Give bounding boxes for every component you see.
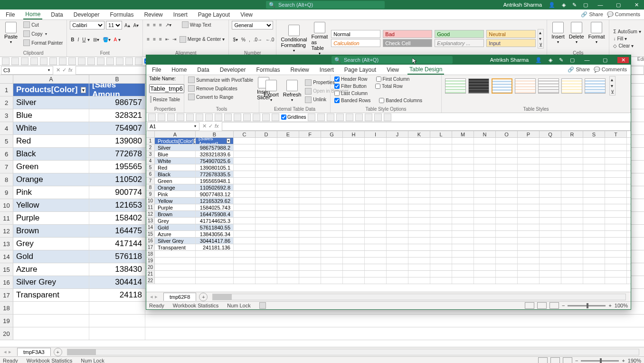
cell[interactable] [561,164,583,171]
cell[interactable] [321,271,343,277]
cell[interactable] [365,238,387,244]
cell[interactable] [583,251,605,257]
cell[interactable] [561,258,583,264]
cell[interactable] [234,191,256,197]
cell[interactable] [430,224,452,230]
row-header[interactable]: 17 [0,289,13,301]
cell[interactable] [496,224,518,230]
cell[interactable] [452,138,474,144]
cell[interactable] [452,171,474,177]
resize-table-button[interactable]: Resize Table [149,96,181,103]
cell[interactable] [343,258,365,264]
cell[interactable] [496,144,518,151]
cell[interactable] [583,178,605,184]
col-header[interactable]: O [496,131,518,137]
cell[interactable] [387,178,408,184]
tab-page-layout[interactable]: Page Layout [342,66,378,74]
cell[interactable] [321,211,343,217]
cell[interactable] [430,231,452,237]
increase-decimal-button[interactable]: .0→ [253,37,263,43]
cell[interactable] [561,191,583,197]
first-column-checkbox[interactable]: First Column [375,76,411,82]
qat-item[interactable] [243,114,251,121]
cell[interactable] [408,244,430,250]
cell[interactable]: Brown [13,225,89,237]
sheet-next-button[interactable]: ▸ [9,349,11,355]
cell[interactable] [365,271,387,277]
share-button[interactable]: 🔗 Share [568,67,589,73]
cell[interactable] [408,198,430,204]
cell[interactable]: 986757 [89,96,145,109]
cell[interactable] [496,251,518,257]
cell[interactable] [89,302,145,314]
comments-button[interactable]: 💬 Comments [594,67,627,73]
cell[interactable] [321,171,343,177]
cell[interactable] [256,231,277,237]
cell[interactable] [518,224,540,230]
maximize-button[interactable]: ▢ [613,2,624,8]
row-header[interactable]: 7 [0,161,13,173]
qat-item[interactable] [40,57,47,65]
cell[interactable]: 772678 [89,148,145,160]
cell[interactable] [256,244,277,250]
cell[interactable]: Brown [155,211,196,217]
cell[interactable]: 328321 [89,109,145,122]
cell[interactable] [430,271,452,277]
cell[interactable] [387,138,408,144]
qat-item[interactable] [365,114,372,121]
cell[interactable] [518,198,540,204]
cell[interactable] [561,218,583,224]
tab-developer[interactable]: Developer [218,66,248,74]
cell[interactable] [256,218,277,224]
cell[interactable] [365,251,387,257]
cell[interactable] [452,191,474,197]
cell[interactable] [343,198,365,204]
cell[interactable] [343,144,365,151]
format-painter-button[interactable]: Format Painter [22,39,64,47]
cell[interactable] [387,258,408,264]
cell[interactable]: Silver Grey [155,238,196,244]
col-header-a[interactable]: A [13,75,89,83]
cell[interactable] [474,244,496,250]
cell[interactable] [196,251,234,257]
tab-review[interactable]: Review [288,66,311,74]
cell[interactable] [155,264,196,270]
cell[interactable] [452,184,474,191]
qat-item[interactable] [234,114,241,121]
style-calculation[interactable]: Calculation [331,39,380,47]
cell[interactable] [343,178,365,184]
cell[interactable] [518,204,540,210]
cell[interactable] [343,191,365,197]
cell[interactable] [256,164,277,171]
cell[interactable] [256,184,277,191]
cell[interactable] [277,204,299,210]
tab-insert[interactable]: Insert [171,10,189,19]
cell[interactable]: Grey [155,218,196,224]
cell[interactable] [365,224,387,230]
qat-item[interactable] [308,114,315,121]
row-header[interactable]: 9 [146,191,155,197]
percent-button[interactable]: % [240,37,246,43]
add-sheet-button[interactable]: + [199,293,208,301]
tab-insert[interactable]: Insert [318,66,336,74]
cell[interactable] [452,198,474,204]
cell[interactable] [583,211,605,217]
cell[interactable] [387,244,408,250]
styles-scroll-down[interactable]: ▾ [610,83,615,89]
cell[interactable]: Pink [13,186,89,199]
cell[interactable] [321,158,343,164]
cell[interactable] [277,264,299,270]
cell[interactable] [408,238,430,244]
cell[interactable] [430,211,452,217]
cell[interactable]: 772678335.5 [196,171,234,177]
qat-item[interactable] [116,57,123,65]
cell[interactable] [365,138,387,144]
cell[interactable] [605,238,627,244]
cell[interactable] [474,164,496,171]
cell[interactable]: Green [13,161,89,173]
cell[interactable] [408,191,430,197]
export-button[interactable]: Export▾ [262,79,280,103]
cell[interactable] [605,198,627,204]
cell[interactable] [256,198,277,204]
cell[interactable] [540,277,561,284]
